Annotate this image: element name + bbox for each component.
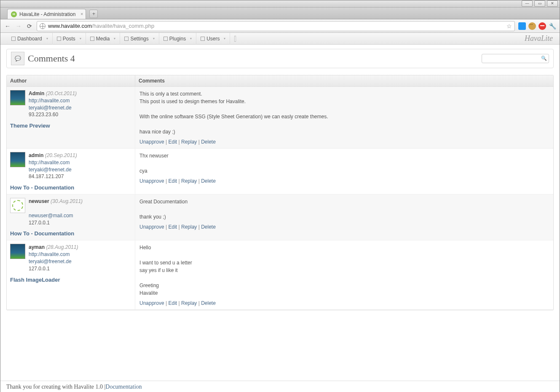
comments-icon: 💬 bbox=[11, 52, 24, 65]
bookmark-star-icon[interactable]: ☆ bbox=[506, 23, 512, 29]
window-frame: — ▭ ✕ H HavaLite - Administration × + ← … bbox=[0, 0, 560, 392]
post-link[interactable]: How To - Documentation bbox=[10, 184, 131, 191]
action-unapprove[interactable]: Unapprove bbox=[139, 139, 164, 145]
browser-tab[interactable]: H HavaLite - Administration × bbox=[7, 9, 86, 19]
author-ip: 127.0.0.1 bbox=[29, 219, 83, 227]
nav-item-posts[interactable]: Posts▾ bbox=[53, 33, 86, 45]
post-link[interactable]: Flash ImageLoader bbox=[10, 277, 131, 283]
close-window-button[interactable]: ✕ bbox=[547, 0, 558, 7]
post-link[interactable]: Theme Preview bbox=[10, 123, 131, 129]
nav-item-users[interactable]: Users▾ bbox=[196, 33, 230, 45]
nav-item-plugins[interactable]: Plugins▾ bbox=[159, 33, 196, 45]
action-delete[interactable]: Delete bbox=[201, 300, 216, 306]
action-delete[interactable]: Delete bbox=[201, 139, 216, 145]
action-edit[interactable]: Edit bbox=[169, 139, 177, 145]
comment-actions: Unapprove | Edit | Replay | Delete bbox=[139, 139, 549, 145]
author-email[interactable]: teryaki@freenet.de bbox=[29, 167, 72, 173]
author-email[interactable]: newuser@mail.com bbox=[29, 213, 73, 219]
chevron-down-icon: ▾ bbox=[153, 37, 155, 40]
author-ip: 93.223.23.60 bbox=[29, 111, 77, 118]
admin-nav: Dashboard▾Posts▾Media▾Settings▾Plugins▾U… bbox=[0, 33, 560, 45]
comments-table: Author Comments Admin (20.Oct.2011)http:… bbox=[6, 75, 554, 310]
footer: Thank you for creating with Havalite 1.0… bbox=[0, 381, 560, 392]
nav-item-dashboard[interactable]: Dashboard▾ bbox=[7, 33, 53, 45]
chevron-down-icon: ▾ bbox=[224, 37, 225, 40]
page-header: 💬 Comments 4 🔍 bbox=[6, 49, 554, 68]
close-tab-icon[interactable]: × bbox=[80, 11, 83, 16]
comment-actions: Unapprove | Edit | Replay | Delete bbox=[139, 300, 549, 306]
author-email[interactable]: teryaki@freenet.de bbox=[29, 105, 72, 111]
table-row: admin (20.Sep.2011)http://havalite.comte… bbox=[7, 149, 553, 195]
nav-extra-button[interactable] bbox=[230, 33, 240, 45]
table-header: Author Comments bbox=[7, 75, 553, 87]
extension-icons: 🔧 bbox=[518, 22, 556, 30]
action-replay[interactable]: Replay bbox=[181, 139, 197, 145]
author-name: Admin bbox=[29, 91, 44, 96]
wrench-icon[interactable]: 🔧 bbox=[549, 22, 556, 30]
browser-tabbar: H HavaLite - Administration × + bbox=[0, 8, 560, 19]
chevron-down-icon: ▾ bbox=[80, 37, 81, 40]
author-date: (20.Oct.2011) bbox=[46, 91, 77, 96]
action-edit[interactable]: Edit bbox=[169, 300, 177, 306]
action-delete[interactable]: Delete bbox=[201, 178, 216, 184]
table-row: ayman (28.Aug.2011)http://havalite.comte… bbox=[7, 240, 553, 310]
nav-icon bbox=[11, 37, 16, 41]
page-title: Comments 4 bbox=[28, 53, 75, 64]
action-replay[interactable]: Replay bbox=[181, 224, 197, 230]
tab-title: HavaLite - Administration bbox=[19, 11, 75, 17]
author-date: (20.Sep.2011) bbox=[45, 152, 77, 158]
new-tab-button[interactable]: + bbox=[89, 10, 98, 18]
nav-icon bbox=[163, 37, 168, 41]
url-host: www.havalite.com bbox=[48, 23, 92, 29]
comment-body: Hello I want to send u a letter say yes … bbox=[139, 244, 549, 297]
comment-body: This is only a test comment. This post i… bbox=[139, 90, 549, 136]
header-author: Author bbox=[7, 75, 135, 86]
minimize-button[interactable]: — bbox=[522, 0, 533, 7]
action-unapprove[interactable]: Unapprove bbox=[139, 300, 164, 306]
author-url[interactable]: http://havalite.com bbox=[29, 251, 70, 257]
comment-actions: Unapprove | Edit | Replay | Delete bbox=[139, 224, 549, 230]
author-ip: 127.0.0.1 bbox=[29, 265, 78, 272]
action-delete[interactable]: Delete bbox=[201, 224, 216, 230]
browser-navbar: ← → ⟳ www.havalite.com/havalite/hava_com… bbox=[0, 19, 560, 33]
chevron-down-icon: ▾ bbox=[46, 37, 48, 40]
back-button[interactable]: ← bbox=[4, 22, 11, 30]
nav-icon bbox=[90, 37, 94, 41]
cookie-extension-icon[interactable] bbox=[528, 22, 536, 30]
chevron-down-icon: ▾ bbox=[114, 37, 115, 40]
author-url[interactable]: http://havalite.com bbox=[29, 160, 70, 165]
action-edit[interactable]: Edit bbox=[169, 178, 177, 184]
reload-button[interactable]: ⟳ bbox=[26, 22, 33, 30]
window-titlebar: — ▭ ✕ bbox=[0, 0, 560, 8]
avatar bbox=[10, 152, 25, 167]
author-ip: 84.187.121.207 bbox=[29, 173, 77, 180]
nav-label: Settings bbox=[130, 36, 148, 42]
nav-icon bbox=[124, 37, 129, 41]
search-icon[interactable]: 🔍 bbox=[541, 56, 547, 61]
author-date: (28.Aug.2011) bbox=[46, 244, 78, 250]
post-link[interactable]: How To - Documentation bbox=[10, 230, 131, 237]
brand-label: HavaLite bbox=[525, 34, 553, 43]
table-row: Admin (20.Oct.2011)http://havalite.comte… bbox=[7, 87, 553, 149]
action-unapprove[interactable]: Unapprove bbox=[139, 178, 164, 184]
nav-item-settings[interactable]: Settings▾ bbox=[120, 33, 159, 45]
action-unapprove[interactable]: Unapprove bbox=[139, 224, 164, 230]
footer-doc-link[interactable]: Documentation bbox=[105, 384, 142, 390]
action-replay[interactable]: Replay bbox=[181, 178, 197, 184]
author-name: admin bbox=[29, 152, 43, 158]
action-replay[interactable]: Replay bbox=[181, 300, 197, 306]
nav-icon bbox=[201, 37, 205, 41]
header-comments: Comments bbox=[135, 75, 553, 86]
author-email[interactable]: teryaki@freenet.de bbox=[29, 259, 72, 264]
adblock-extension-icon[interactable] bbox=[539, 22, 546, 30]
extension-icon[interactable] bbox=[518, 22, 526, 30]
search-input[interactable] bbox=[482, 54, 549, 63]
url-bar[interactable]: www.havalite.com/havalite/hava_comm.php … bbox=[37, 21, 515, 31]
nav-item-media[interactable]: Media▾ bbox=[86, 33, 121, 45]
author-name: newuser bbox=[29, 198, 49, 204]
document-icon bbox=[234, 36, 236, 42]
comment-actions: Unapprove | Edit | Replay | Delete bbox=[139, 178, 549, 184]
author-url[interactable]: http://havalite.com bbox=[29, 98, 70, 104]
action-edit[interactable]: Edit bbox=[169, 224, 177, 230]
maximize-button[interactable]: ▭ bbox=[534, 0, 545, 7]
